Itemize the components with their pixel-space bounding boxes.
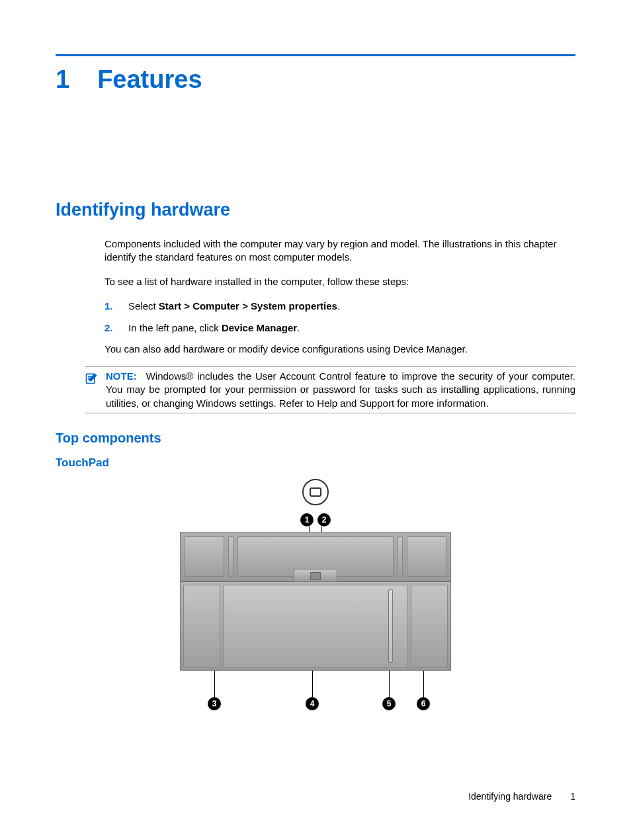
chapter-rule <box>56 54 575 56</box>
steps-list: 1. Select Start > Computer > System prop… <box>105 299 575 335</box>
subsubsection-heading: TouchPad <box>56 456 575 470</box>
chapter-heading: 1 Features <box>56 65 575 94</box>
chapter-number: 1 <box>56 65 69 94</box>
subsection-heading: Top components <box>56 431 575 446</box>
step-2: 2. In the left pane, click Device Manage… <box>105 321 575 335</box>
intro-paragraph-1: Components included with the computer ma… <box>105 237 575 265</box>
callout-5: 5 <box>382 697 396 710</box>
touchpad-left-button <box>183 585 220 667</box>
footer-section: Identifying hardware <box>468 791 552 802</box>
display-icon <box>302 479 329 505</box>
note-icon <box>85 372 98 388</box>
touchpad-diagram: 1 2 3 4 5 6 <box>56 479 575 724</box>
touchpad-area <box>180 581 451 671</box>
step-1: 1. Select Start > Computer > System prop… <box>105 299 575 313</box>
intro-paragraph-2: To see a list of hardware installed in t… <box>105 275 575 288</box>
step-1-text: Select Start > Computer > System propert… <box>128 299 340 313</box>
callout-1: 1 <box>300 513 314 526</box>
page-footer: Identifying hardware 1 <box>468 791 575 802</box>
step-2-text: In the left pane, click Device Manager. <box>128 321 300 335</box>
note-text: NOTE:Windows® includes the User Account … <box>106 370 575 410</box>
touchpad-scroll-zone <box>388 589 393 663</box>
callout-3: 3 <box>208 697 221 710</box>
after-steps-paragraph: You can also add hardware or modify devi… <box>105 343 575 356</box>
footer-page-number: 1 <box>570 791 575 802</box>
note-label: NOTE: <box>106 370 137 382</box>
note-block: NOTE:Windows® includes the User Account … <box>85 366 575 413</box>
touchpad-right-button <box>411 585 448 667</box>
touchpad-surface <box>223 585 408 667</box>
callout-6: 6 <box>417 697 430 710</box>
section-heading: Identifying hardware <box>56 200 575 220</box>
chapter-title: Features <box>97 65 202 94</box>
step-number: 2. <box>105 321 114 335</box>
step-number: 1. <box>105 299 114 313</box>
callout-4: 4 <box>306 697 319 710</box>
callout-2: 2 <box>317 513 331 526</box>
